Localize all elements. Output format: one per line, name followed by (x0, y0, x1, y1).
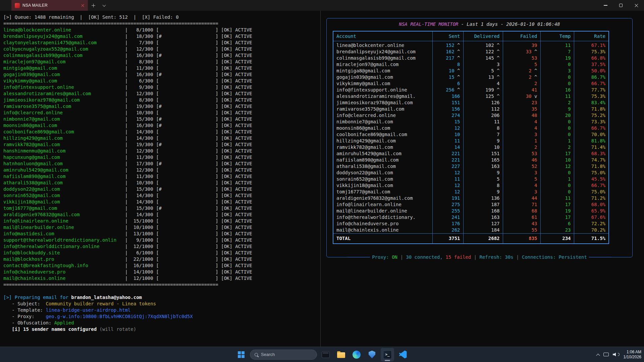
folder-icon (337, 352, 345, 358)
account-progress-row: ramivarose3575@gmail.com | 19/300 [# ] [… (3, 103, 320, 110)
tab-close-icon[interactable] (81, 4, 85, 7)
proxy-label: Proxy: (372, 254, 389, 260)
app-vscode[interactable] (396, 348, 410, 361)
monitor-pane[interactable]: NSA REAL-TIME MONITOR- Last 1 days - 202… (321, 11, 644, 347)
window-controls (598, 0, 644, 11)
monitor-account-row: doddyson22@gmail.com1293075.0% (333, 170, 609, 176)
footer-dash: ──────── (347, 254, 370, 260)
monitor-account-row: linea@blockcenter.online152 ^102 ^391167… (333, 41, 609, 49)
edge-icon (353, 351, 361, 359)
terminal-window: NSA MAILER [>] Queue: 1488 remaining | [… (0, 0, 644, 362)
account-progress-row: gogajin039@gmail.com | 16/300 [# ] [OK] … (3, 71, 320, 78)
account-progress-row: mail@blockhost.pro | 22/1000 [ ] [OK] AC… (3, 256, 320, 262)
column-header-delivered: Delivered (463, 31, 503, 41)
shield-icon (369, 351, 375, 358)
chevron-up-icon (596, 354, 600, 357)
account-progress-row: doddyson22@gmail.com | 15/300 [# ] [OK] … (3, 186, 320, 192)
chevron-down-icon (102, 3, 106, 7)
account-progress-row: info@fintexsupport.online | 9/300 [ ] [O… (3, 84, 320, 90)
account-progress-row: support@therealworldtrendictionary.onlin… (3, 237, 320, 243)
account-progress-row: info@linairlearn.online | 15/1000 [ ] [O… (3, 218, 320, 224)
close-button[interactable] (629, 0, 644, 11)
preparing-email-line: [>] Preparing email for brandon_latasha@… (3, 294, 320, 301)
account-progress-row: moonsin86@gmail.com | 16/300 [# ] [OK] A… (3, 122, 320, 129)
account-progress-row: contact@breakfastingtough.info | 16/1000… (3, 262, 320, 269)
volume-icon (613, 352, 617, 357)
monitor-account-row: jimmieosikoraz978@gmail.com15112623283.4… (333, 100, 609, 106)
tray-volume-button[interactable] (613, 352, 620, 357)
footer-separator: | (516, 254, 519, 260)
monitor-account-row: mail@chainlexis.online262184552370.2% (333, 227, 609, 234)
system-tray: 1:06 AM 1/10/2026 (597, 347, 641, 362)
tray-display-button[interactable] (603, 353, 609, 356)
monitor-account-row: miraclejon97@gmail.com835037.5% (333, 61, 609, 68)
monitor-total-row: TOTAL3751268283523471.5% (333, 234, 609, 244)
monitor-account-row: ramvikk782@gmail.com14102271.4% (333, 144, 609, 150)
account-progress-row: mail@linearbuilder.online | 10/1000 [ ] … (3, 224, 320, 231)
template-line: - Template: linea-bridge-user-airdrop.ht… (3, 307, 320, 313)
clock-time: 1:06 AM (624, 350, 641, 355)
console-window-icon (322, 351, 330, 358)
monitor-table: AccountSentDeliveredFailedTempRate linea… (333, 31, 609, 244)
windows-logo-icon (238, 351, 245, 358)
account-progress-row: atharali538@gmail.com | 10/300 [ ] [OK] … (3, 180, 320, 186)
column-header-rate: Rate (574, 31, 609, 41)
monitor-account-row: nimbonnie7@gmail.com15114073.3% (333, 119, 609, 125)
account-progress-row: coolboniface869@gmail.com | 14/300 [ ] [… (3, 129, 320, 135)
account-progress-row: hanshinmenmu@gmail.com | 12/300 [ ] [OK]… (3, 148, 320, 154)
tab-nsa-mailer[interactable]: NSA MAILER (11, 0, 88, 11)
proxy-line: - Proxy: geo.g-w.info:10800:BfbLvhHKCO8i… (3, 313, 320, 320)
column-header-account: Account (333, 31, 432, 41)
titlebar: NSA MAILER (0, 0, 644, 11)
account-progress-row: nimbonnie7@gmail.com | 15/300 [# ] [OK] … (3, 116, 320, 122)
maximize-button[interactable] (613, 0, 629, 11)
tray-expand-button[interactable] (597, 353, 599, 356)
tab-dropdown-button[interactable] (99, 0, 109, 11)
monitor-account-row: sonrain652@gmail.com1155145.5% (333, 176, 609, 182)
display-icon (603, 353, 609, 356)
minimize-button[interactable] (598, 0, 613, 11)
new-tab-button[interactable] (88, 0, 99, 11)
mailer-log-pane[interactable]: [>] Queue: 1488 remaining | [OK] Sent: 5… (0, 11, 320, 347)
monitor-account-row: info@fintexsupport.online256 ^199 ^41167… (333, 87, 609, 93)
app-security[interactable] (365, 348, 379, 361)
app-terminal[interactable]: >_ (381, 348, 394, 361)
account-progress-row: nafiislam890@gmail.com | 11/300 [ ] [OK]… (3, 173, 320, 180)
taskbar-center: Search >_ (234, 347, 410, 362)
clock-date: 1/10/2026 (624, 355, 641, 360)
realtime-monitor-panel: NSA REAL-TIME MONITOR- Last 1 days - 202… (326, 18, 633, 257)
terminal-content: [>] Queue: 1488 remaining | [OK] Sent: 5… (0, 11, 644, 347)
monitor-account-row: mintgiga8@gmail.com10 ^5 ^2 ^350.0% (333, 68, 609, 74)
monitor-title-highlight: NSA REAL-TIME MONITOR (399, 21, 458, 27)
account-progress-row: linea@blockcenter.online | 8/1000 [ ] [O… (3, 27, 320, 33)
account-progress-row: alessandrotizaramires@gmail.com | 12/300… (3, 90, 320, 97)
account-progress-row: info@mastidesi.com | 13/1000 [ ] [OK] AC… (3, 231, 320, 237)
taskbar-search[interactable]: Search (250, 350, 317, 360)
account-progress-row: info@clearcred.online | 10/300 [ ] [OK] … (3, 110, 320, 116)
mailer-app-icon (15, 3, 20, 8)
monitor-title-rest: - Last 1 days - 2026-01-10 01:06:48 (461, 21, 560, 27)
monitor-header-row: AccountSentDeliveredFailedTempRate (333, 31, 609, 41)
app-edge-browser[interactable] (350, 348, 363, 361)
monitor-account-row: araldigenie976832@gmail.com191136441171.… (333, 195, 609, 201)
tab-title: NSA MAILER (22, 3, 78, 8)
connections-mode: Connections: Persistent (522, 254, 587, 260)
account-progress-row: tomj16777@gmail.com | 15/300 [# ] [OK] A… (3, 205, 320, 212)
footer-separator: | (474, 254, 477, 260)
account-progress-row: hatnhonluon@gmail.com | 17/300 [# ] [OK]… (3, 161, 320, 167)
monitor-account-row: info@clearcred.online274206482075.2% (333, 112, 609, 119)
app-console-icon[interactable] (319, 348, 332, 361)
start-button[interactable] (234, 348, 248, 361)
vscode-icon (399, 351, 407, 359)
monitor-account-row: ramivarose3575@gmail.com15611235971.8% (333, 106, 609, 112)
separator-line: ========================================… (3, 20, 320, 27)
taskbar-clock[interactable]: 1:06 AM 1/10/2026 (624, 350, 641, 360)
monitor-account-row: vikkijin18@gmail.com1284066.7% (333, 182, 609, 189)
account-progress-row: hillzing429@gmail.com | 14/300 [ ] [OK] … (3, 135, 320, 141)
connected-count: 30 connected, (406, 254, 443, 260)
monitor-account-row: nafiislam890@gmail.com221165461074.7% (333, 157, 609, 163)
monitor-account-row: coolboniface869@gmail.com1073070.0% (333, 131, 609, 138)
refresh-interval: Refresh: 30s (480, 254, 514, 260)
subject-line: - Subject: Community builder reward - Li… (3, 301, 320, 307)
app-file-explorer[interactable] (334, 348, 348, 361)
